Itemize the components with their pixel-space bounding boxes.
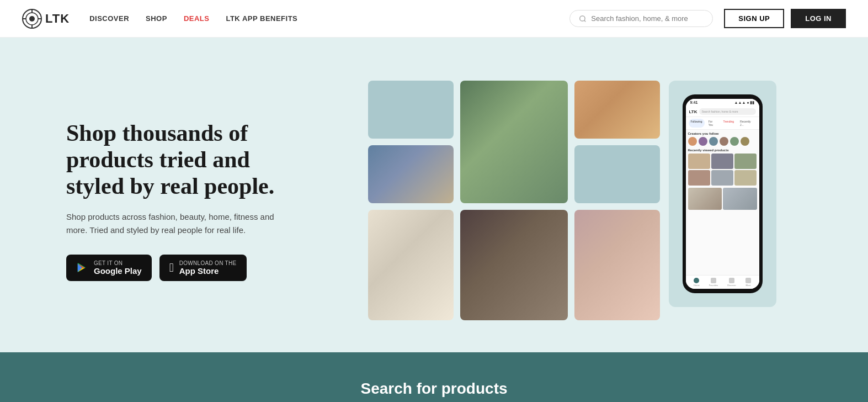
phone-avatar-3 — [709, 137, 718, 146]
hero-headline: Shop thousands of products tried and sty… — [66, 120, 287, 200]
phone-avatar-5 — [730, 137, 739, 146]
grid-cell-1 — [368, 81, 454, 139]
svg-line-8 — [584, 20, 586, 22]
phone-nav-favorites: Favorites — [709, 278, 718, 287]
apple-icon:  — [169, 262, 174, 274]
search-section-title: Search for products — [360, 380, 507, 398]
google-play-button[interactable]: GET IT ON Google Play — [66, 255, 152, 281]
phone-screen: 9:41 ▲▲▲ ● ▮▮ LTK Search fashion, home &… — [686, 99, 759, 289]
navbar: LTK DISCOVER SHOP DEALS LTK APP BENEFITS… — [0, 0, 868, 38]
phone-product-1 — [688, 154, 710, 169]
nav-links: DISCOVER SHOP DEALS LTK APP BENEFITS — [89, 14, 569, 23]
phone-search: Search fashion, home & more — [699, 108, 755, 115]
phone-nav-discover: Discover — [727, 278, 736, 287]
grid-cell-woman-pink — [574, 210, 660, 320]
grid-cell-man-blue — [368, 145, 454, 203]
nav-deals[interactable]: DEALS — [184, 14, 210, 23]
phone-logo: LTK — [689, 109, 697, 114]
grid-cell-placeholder-2 — [574, 145, 660, 203]
app-store-button[interactable]:  Download on the App Store — [159, 255, 247, 281]
login-button[interactable]: LOG IN — [791, 9, 846, 28]
logo-text: LTK — [45, 12, 70, 26]
grid-cell-woman-stroller — [460, 81, 568, 203]
phone-frame: 9:41 ▲▲▲ ● ▮▮ LTK Search fashion, home &… — [683, 94, 763, 293]
phone-signals: ▲▲▲ ● ▮▮ — [734, 100, 755, 105]
phone-tab-following: Following — [689, 119, 705, 128]
phone-tab-foryou: For You — [706, 119, 720, 128]
phone-nav: LTK Search fashion, home & more — [686, 107, 759, 117]
phone-product-6 — [734, 170, 757, 186]
app-buttons: GET IT ON Google Play  Download on the … — [66, 255, 287, 281]
hero-left: Shop thousands of products tried and sty… — [66, 120, 287, 282]
phone-avatar-1 — [688, 137, 697, 146]
phone-search-placeholder: Search fashion, home & more — [701, 110, 738, 113]
hero-right: 9:41 ▲▲▲ ● ▮▮ LTK Search fashion, home &… — [320, 81, 824, 320]
phone-mockup: 9:41 ▲▲▲ ● ▮▮ LTK Search fashion, home &… — [669, 81, 776, 307]
phone-banners — [688, 188, 757, 210]
phone-banner-1 — [688, 188, 722, 210]
phone-avatar-2 — [699, 137, 707, 146]
google-play-text: GET IT ON Google Play — [94, 260, 142, 276]
phone-product-3 — [734, 154, 757, 169]
phone-product-2 — [711, 154, 733, 169]
ltk-logo-icon — [22, 9, 42, 29]
phone-tabs: Following For You Trending Recently J... — [686, 117, 759, 130]
nav-auth-buttons: SIGN UP LOG IN — [724, 9, 846, 28]
home-icon — [694, 278, 699, 283]
phone-avatars — [688, 137, 757, 146]
phone-status-bar: 9:41 ▲▲▲ ● ▮▮ — [686, 99, 759, 107]
phone-creators-title: Creators you follow — [688, 132, 757, 135]
navbar-search-bar[interactable] — [569, 10, 713, 27]
nav-discover[interactable]: DISCOVER — [89, 14, 129, 23]
app-store-text: Download on the App Store — [179, 260, 237, 276]
phone-time: 9:41 — [690, 100, 698, 105]
more-icon — [745, 278, 751, 283]
phone-tab-recent: Recently J... — [738, 119, 756, 128]
phone-products-grid — [688, 154, 757, 186]
search-section: Search for products — [0, 352, 868, 402]
hero-subtext: Shop products across fashion, beauty, ho… — [66, 210, 287, 237]
google-play-icon — [76, 262, 88, 274]
search-icon — [579, 15, 587, 23]
phone-product-5 — [711, 170, 733, 186]
hero-section: Shop thousands of products tried and sty… — [0, 38, 868, 352]
grid-cell-woman-white — [368, 210, 454, 320]
signup-button[interactable]: SIGN UP — [724, 9, 784, 28]
grid-cell-woman-dark — [460, 210, 568, 320]
favorites-icon — [711, 278, 716, 283]
grid-cell-woman-laughing — [574, 81, 660, 139]
logo-link[interactable]: LTK — [22, 9, 70, 29]
phone-avatar-4 — [720, 137, 728, 146]
svg-point-7 — [580, 15, 585, 20]
phone-content: Creators you follow Recently viewed prod… — [686, 130, 759, 275]
discover-icon — [729, 278, 734, 283]
nav-shop[interactable]: SHOP — [146, 14, 167, 23]
search-input[interactable] — [591, 14, 704, 23]
svg-point-2 — [29, 16, 35, 22]
phone-nav-more: More — [745, 278, 751, 287]
phone-avatar-6 — [741, 137, 749, 146]
phone-products-title: Recently viewed products — [688, 149, 757, 152]
phone-product-4 — [688, 170, 710, 186]
image-grid — [368, 81, 660, 320]
nav-ltk-app-benefits[interactable]: LTK APP BENEFITS — [226, 14, 297, 23]
phone-tab-trending: Trending — [721, 119, 737, 128]
phone-bottom-nav: Home Favorites Discover More — [686, 275, 759, 289]
phone-nav-home: Home — [694, 278, 700, 287]
phone-banner-2 — [723, 188, 757, 210]
